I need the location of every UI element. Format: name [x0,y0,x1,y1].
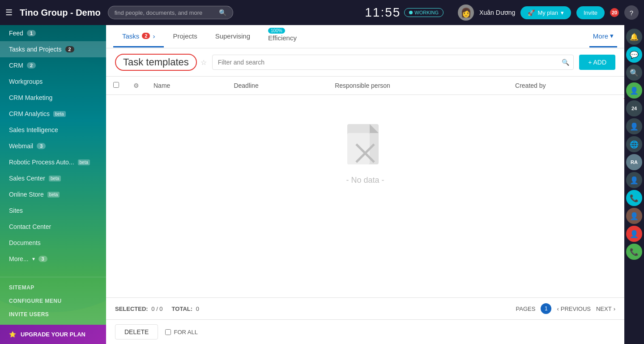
sidebar-item-crm-analytics[interactable]: CRM Analytics beta [0,106,106,122]
prev-button[interactable]: ‹ PREVIOUS [557,305,591,312]
invite-users-link[interactable]: INVITE USERS [0,308,106,321]
tab-supervising[interactable]: Supervising [206,26,259,47]
24-rail-icon[interactable]: 24 [626,100,642,116]
chat-rail-icon[interactable]: 💬 [626,47,642,63]
search-input[interactable] [115,9,215,16]
tasks-badge: 2 [65,46,74,52]
filter-search-icon: 🔍 [562,59,569,66]
tab-efficiency-label: Efficiency [268,34,297,42]
working-status[interactable]: WORKING [404,8,444,17]
sidebar-item-sales-center[interactable]: Sales Center beta [0,170,106,186]
user3-rail-icon[interactable]: 👤 [626,226,642,242]
main-layout: Feed 1 Tasks and Projects 2 CRM 2 Workgr… [0,25,644,344]
chevron-down-icon: ▾ [561,9,564,16]
upgrade-plan-button[interactable]: ⭐ UPGRADE YOUR PLAN [0,325,106,344]
sidebar-item-webmail[interactable]: Webmail 3 [0,138,106,154]
avatar[interactable]: 👩 [458,4,474,21]
sales-center-beta: beta [49,176,61,181]
sidebar-footer: SITEMAP CONFIGURE MENU INVITE USERS [0,277,106,325]
sidebar-label-contact-center: Contact Center [9,223,51,230]
sidebar-label-webmail: Webmail [9,142,33,150]
sidebar-item-more[interactable]: More... ▾ 3 [0,251,106,267]
sidebar-label-sites: Sites [9,207,23,214]
table-container: ⚙ Name Deadline Responsible person Creat… [106,77,624,297]
hamburger-menu[interactable]: ☰ [5,8,13,17]
tab-tasks-label: Tasks [122,32,139,40]
sidebar-item-workgroups[interactable]: Workgroups [0,73,106,90]
notification-rail-icon[interactable]: 🔔 [626,29,642,45]
my-plan-button[interactable]: 🚀 My plan ▾ [520,6,571,19]
user-name[interactable]: Xuân Dương [479,9,515,16]
rpa-beta: beta [78,159,90,165]
content-area: Tasks 2 › Projects Supervising 100% Effi… [106,25,624,344]
table-header-row: ⚙ Name Deadline Responsible person Creat… [106,77,624,95]
pages-label: PAGES [516,305,536,312]
ra-rail-icon[interactable]: RA [626,154,642,170]
avatar-rail-icon[interactable]: 👤 [626,208,642,224]
tab-efficiency[interactable]: 100% Efficiency [259,25,306,49]
responsible-person-column-header: Responsible person [328,77,508,95]
phone2-rail-icon[interactable]: 📞 [626,244,642,260]
search-icon: 🔍 [219,9,226,16]
select-all-checkbox[interactable] [113,82,119,88]
settings-icon[interactable]: ⚙ [133,82,139,89]
more-tab[interactable]: More ▾ [589,26,617,47]
phone-rail-icon[interactable]: 📞 [626,190,642,206]
configure-menu-link[interactable]: CONFIGURE MENU [0,294,106,308]
tab-tasks[interactable]: Tasks 2 › [113,26,164,47]
sidebar-item-contact-center[interactable]: Contact Center [0,219,106,235]
sitemap-link[interactable]: SITEMAP [0,281,106,294]
for-all-checkbox[interactable] [165,329,171,335]
tabs-bar: Tasks 2 › Projects Supervising 100% Effi… [106,25,624,48]
clock-area: 11:55 WORKING [365,5,444,20]
sidebar: Feed 1 Tasks and Projects 2 CRM 2 Workgr… [0,25,106,344]
search-rail-icon[interactable]: 🔍 [626,64,642,81]
sidebar-item-documents[interactable]: Documents [0,235,106,251]
sidebar-label-online-store: Online Store [9,191,44,198]
sidebar-item-feed[interactable]: Feed 1 [0,25,106,41]
sidebar-item-crm[interactable]: CRM 2 [0,57,106,73]
global-search[interactable]: 🔍 [108,6,233,19]
invite-button[interactable]: Invite [576,6,605,19]
title-circle: Task templates [115,54,197,71]
right-rail: 🔔 💬 🔍 👤 24 👤 🌐 RA 👤 📞 👤 👤 📞 [624,25,644,344]
sidebar-item-rpa[interactable]: Robotic Process Auto... beta [0,154,106,170]
rocket-icon: 🚀 [528,9,535,16]
globe-rail-icon[interactable]: 🌐 [626,136,642,152]
clock-display: 11:55 [365,5,401,20]
efficiency-badge: 100% [268,28,285,34]
crm-analytics-beta: beta [53,111,65,117]
name-column-header: Name [146,77,226,95]
add-button[interactable]: + ADD [579,55,615,70]
more-badge: 3 [38,256,47,262]
next-button[interactable]: NEXT › [596,305,615,312]
person-rail-icon[interactable]: 👤 [626,118,642,134]
user2-rail-icon[interactable]: 👤 [626,172,642,188]
sidebar-item-sales-intelligence[interactable]: Sales Intelligence [0,122,106,138]
app-title: Tino Group - Demo [20,8,101,18]
for-all-label[interactable]: FOR ALL [165,329,197,335]
working-label: WORKING [414,10,439,15]
tab-projects-label: Projects [173,32,197,40]
online-store-beta: beta [47,192,60,198]
sidebar-item-tasks[interactable]: Tasks and Projects 2 [0,41,106,57]
tab-supervising-label: Supervising [215,32,250,40]
delete-button[interactable]: DELETE [115,324,158,340]
filter-wrapper: 🔍 [212,55,574,70]
pagination: PAGES 1 ‹ PREVIOUS NEXT › [516,303,615,314]
star-icon[interactable]: ☆ [200,58,207,67]
no-data-text: - No data - [346,176,384,185]
sidebar-item-crm-marketing[interactable]: CRM Marketing [0,90,106,106]
sidebar-label-crm-marketing: CRM Marketing [9,94,52,101]
sidebar-item-online-store[interactable]: Online Store beta [0,186,106,202]
empty-state: - No data - [106,95,624,212]
notification-badge[interactable]: 20 [610,8,619,17]
sidebar-item-sites[interactable]: Sites [0,202,106,219]
sidebar-label-crm-analytics: CRM Analytics [9,110,50,117]
help-button[interactable]: ? [624,5,639,20]
sidebar-label-tasks: Tasks and Projects [9,46,62,53]
filter-search-input[interactable] [212,55,574,70]
tab-projects[interactable]: Projects [164,26,206,47]
action-bar: DELETE FOR ALL [106,319,624,344]
user-rail-icon[interactable]: 👤 [626,82,642,99]
